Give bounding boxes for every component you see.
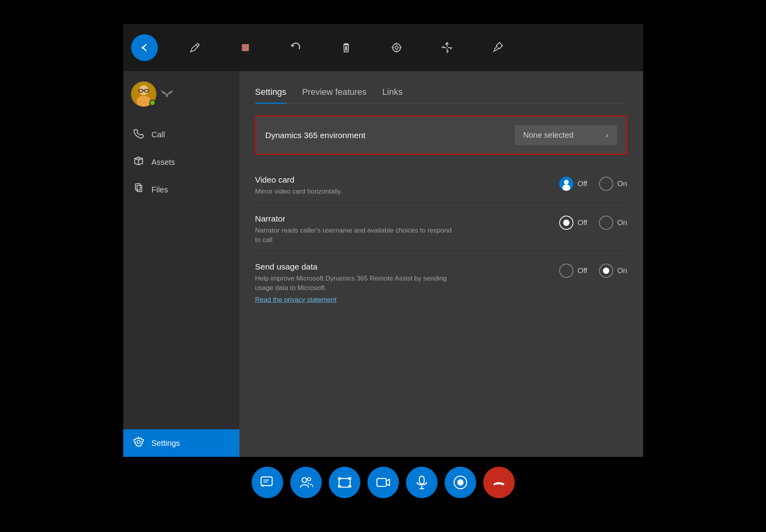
video-card-on-label: On — [617, 179, 627, 188]
svg-rect-41 — [419, 476, 424, 484]
files-icon — [133, 183, 145, 196]
sidebar-item-files[interactable]: Files — [123, 176, 239, 203]
sidebar-item-call[interactable]: Call — [123, 121, 239, 148]
svg-rect-40 — [377, 478, 386, 486]
stop-button[interactable] — [232, 34, 259, 61]
svg-rect-23 — [137, 185, 142, 192]
svg-line-14 — [493, 50, 495, 52]
send-usage-data-desc: Help improve Microsoft Dynamics 365 Remo… — [255, 274, 452, 293]
svg-rect-4 — [344, 43, 348, 44]
narrator-on-label: On — [617, 218, 627, 227]
svg-point-31 — [302, 478, 307, 482]
tabs: Settings Preview features Links — [255, 83, 627, 104]
content-area: Settings Preview features Links Dynamics… — [239, 71, 643, 457]
dynamics-env-value: None selected — [523, 131, 600, 140]
narrator-off-radio[interactable] — [559, 216, 573, 230]
narrator-radio-group: Off On — [559, 214, 627, 230]
svg-point-26 — [564, 180, 569, 185]
chevron-right-icon: › — [606, 131, 608, 140]
video-card-on-option[interactable]: On — [599, 177, 627, 191]
pin-button[interactable] — [484, 34, 511, 61]
narrator-desc: Narrator reads caller's username and ava… — [255, 226, 452, 245]
send-usage-on-option[interactable]: On — [599, 264, 627, 278]
svg-point-27 — [562, 185, 570, 191]
sidebar: Call Assets — [123, 71, 239, 457]
send-usage-data-radio-group: Off On — [559, 262, 627, 278]
narrator-off-option[interactable]: Off — [559, 216, 587, 230]
send-usage-off-radio[interactable] — [559, 264, 573, 278]
mic-button[interactable] — [406, 467, 438, 498]
sidebar-item-call-label: Call — [152, 130, 165, 139]
svg-point-17 — [137, 96, 151, 107]
wifi-icon — [161, 88, 173, 100]
narrator-title: Narrator — [255, 214, 560, 224]
undo-button[interactable] — [282, 34, 309, 61]
video-card-off-option[interactable]: Off — [559, 177, 587, 191]
video-card-info: Video card Mirror video card horizontall… — [255, 175, 560, 196]
people-button[interactable] — [290, 467, 322, 498]
svg-rect-28 — [261, 477, 272, 486]
narrator-info: Narrator Narrator reads caller's usernam… — [255, 214, 560, 245]
record-button[interactable] — [445, 467, 476, 498]
svg-point-45 — [457, 479, 464, 486]
profile-section — [123, 75, 239, 113]
svg-rect-2 — [242, 44, 249, 51]
target-button[interactable] — [383, 34, 410, 61]
bottom-toolbar — [252, 457, 515, 508]
sidebar-item-files-label: Files — [152, 185, 168, 194]
privacy-statement-link[interactable]: Read the privacy statement — [255, 296, 337, 304]
send-usage-off-option[interactable]: Off — [559, 264, 587, 278]
dynamics-env-selector[interactable]: None selected › — [515, 125, 617, 145]
video-card-on-radio[interactable] — [599, 177, 613, 191]
gear-icon — [133, 436, 145, 450]
send-usage-data-info: Send usage data Help improve Microsoft D… — [255, 262, 560, 304]
main-area: Call Assets — [123, 71, 643, 457]
narrator-off-label: Off — [577, 218, 587, 227]
dynamics-env-label: Dynamics 365 environment — [265, 131, 365, 140]
box-icon — [133, 155, 145, 169]
narrator-on-radio[interactable] — [599, 216, 613, 230]
settings-content: Dynamics 365 environment None selected ›… — [255, 116, 627, 312]
video-card-desc: Mirror video card horizontally. — [255, 187, 452, 196]
send-usage-on-label: On — [617, 266, 627, 275]
video-card-title: Video card — [255, 175, 560, 185]
dynamics-environment-row[interactable]: Dynamics 365 environment None selected › — [255, 116, 627, 155]
sidebar-item-assets[interactable]: Assets — [123, 148, 239, 176]
sidebar-item-settings[interactable]: Settings — [123, 429, 239, 457]
svg-rect-22 — [135, 184, 140, 190]
sidebar-settings-label: Settings — [152, 439, 180, 448]
video-card-off-label: Off — [577, 179, 587, 188]
video-card-radio-group: Off On — [559, 175, 627, 191]
tab-settings[interactable]: Settings — [255, 83, 287, 104]
online-badge — [149, 100, 156, 106]
video-card-off-radio[interactable] — [559, 177, 573, 191]
delete-button[interactable] — [333, 34, 360, 61]
svg-point-0 — [138, 41, 151, 54]
pen-button[interactable] — [182, 34, 208, 61]
avatar-container — [131, 81, 156, 107]
chat-button[interactable] — [252, 467, 283, 498]
send-usage-on-radio[interactable] — [599, 264, 613, 278]
sidebar-nav: Call Assets — [123, 113, 239, 429]
screenshot-button[interactable] — [329, 467, 360, 498]
phone-icon — [133, 128, 145, 141]
tab-links[interactable]: Links — [382, 83, 402, 104]
svg-point-1 — [142, 46, 144, 49]
narrator-on-option[interactable]: On — [599, 216, 627, 230]
move-button[interactable] — [434, 34, 460, 61]
svg-point-24 — [137, 440, 140, 443]
back-button[interactable] — [131, 34, 158, 61]
end-call-button[interactable] — [483, 467, 515, 498]
svg-point-32 — [308, 478, 311, 481]
camera-button[interactable] — [367, 467, 399, 498]
sidebar-item-assets-label: Assets — [152, 158, 175, 167]
send-usage-data-row: Send usage data Help improve Microsoft D… — [255, 253, 627, 312]
send-usage-data-title: Send usage data — [255, 262, 560, 272]
video-card-row: Video card Mirror video card horizontall… — [255, 166, 627, 205]
svg-point-21 — [166, 95, 168, 97]
narrator-row: Narrator Narrator reads caller's usernam… — [255, 205, 627, 254]
tab-preview-features[interactable]: Preview features — [302, 83, 367, 104]
top-toolbar — [123, 24, 643, 71]
svg-point-9 — [395, 46, 398, 49]
send-usage-off-label: Off — [577, 266, 587, 275]
